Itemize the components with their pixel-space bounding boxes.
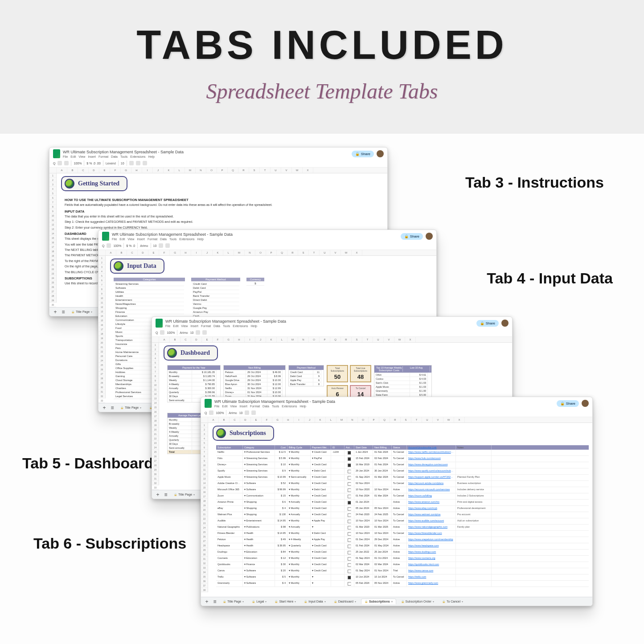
menu-item[interactable]: Data bbox=[213, 324, 220, 328]
lock-icon: 🔒 bbox=[365, 600, 368, 603]
all-sheets-button[interactable]: ≡ bbox=[109, 405, 115, 411]
checkbox-icon[interactable] bbox=[348, 557, 351, 561]
gs-menubar[interactable]: FileEditViewInsertFormatDataToolsExtensi… bbox=[63, 155, 349, 158]
menu-item[interactable]: View bbox=[127, 238, 134, 241]
menu-item[interactable]: Tools bbox=[120, 155, 127, 158]
chevron-down-icon: ▾ bbox=[391, 600, 393, 603]
menu-item[interactable]: Insert bbox=[190, 324, 198, 328]
menu-item[interactable]: Insert bbox=[88, 155, 96, 158]
add-sheet-button[interactable]: + bbox=[155, 492, 161, 498]
chevron-down-icon: ▾ bbox=[193, 493, 195, 496]
share-button[interactable]: 🔒Share bbox=[476, 320, 499, 327]
menu-item[interactable]: Edit bbox=[119, 238, 125, 241]
checkbox-icon[interactable] bbox=[348, 476, 351, 480]
menu-item[interactable]: Extensions bbox=[233, 324, 248, 328]
menu-item[interactable]: Help bbox=[250, 324, 257, 328]
table-row: eBay▾ Shopping$ 4▾ Monthly▾ Credit Card0… bbox=[216, 506, 589, 512]
menu-item[interactable]: File bbox=[214, 405, 219, 408]
checkbox-icon[interactable] bbox=[348, 532, 351, 536]
menu-item[interactable]: Format bbox=[148, 238, 157, 241]
all-sheets-button[interactable]: ≡ bbox=[163, 492, 169, 498]
subscriptions-table: SubscriptionCategoryCostBilling CyclePay… bbox=[208, 443, 592, 590]
menu-item[interactable]: View bbox=[78, 155, 85, 158]
checkbox-icon[interactable] bbox=[348, 513, 351, 517]
sheet-tab[interactable]: 🔒Title Page▾ bbox=[117, 405, 144, 410]
sheet-tab[interactable]: 🔒Dashboard▾ bbox=[331, 599, 359, 604]
table-row: Grammarly▾ Software$ 4▾ Monthly▾ 05 Feb … bbox=[216, 581, 589, 587]
menu-item[interactable]: Extensions bbox=[282, 405, 297, 408]
checkbox-icon[interactable] bbox=[348, 570, 351, 573]
checkbox-icon[interactable] bbox=[348, 482, 351, 486]
menu-item[interactable]: Format bbox=[201, 324, 211, 328]
checkbox-icon[interactable] bbox=[348, 457, 351, 461]
checkbox-icon[interactable] bbox=[348, 507, 351, 511]
menu-item[interactable]: Extensions bbox=[179, 238, 194, 241]
add-sheet-button[interactable]: + bbox=[52, 309, 58, 315]
checkbox-icon[interactable] bbox=[348, 576, 351, 579]
menu-item[interactable]: Insert bbox=[239, 405, 247, 408]
checkbox-icon[interactable] bbox=[348, 582, 351, 586]
sheet-tabs[interactable]: +≡🔒Title Page▾🔒Legal▾🔒Start Here▾🔒Input … bbox=[201, 597, 592, 606]
menu-item[interactable]: Help bbox=[148, 155, 154, 158]
checkbox-icon[interactable] bbox=[348, 501, 351, 505]
avatar[interactable] bbox=[582, 400, 589, 407]
menu-item[interactable]: Help bbox=[299, 405, 306, 408]
menu-item[interactable]: File bbox=[112, 238, 117, 241]
sheet-tab[interactable]: 🔒Title Page▾ bbox=[220, 599, 247, 604]
chevron-down-icon: ▾ bbox=[91, 310, 92, 313]
checkbox-icon[interactable] bbox=[348, 470, 351, 473]
sheet-tab[interactable]: 🔒Legal▾ bbox=[249, 599, 270, 604]
sheet-tab[interactable]: 🔒Subscription Order▾ bbox=[398, 599, 437, 604]
menu-item[interactable]: Help bbox=[197, 238, 203, 241]
all-sheets-button[interactable]: ≡ bbox=[212, 599, 218, 605]
menu-item[interactable]: Format bbox=[98, 155, 108, 158]
share-button[interactable]: 🔒Share bbox=[352, 151, 374, 157]
avatar[interactable] bbox=[426, 233, 433, 240]
lock-icon: 🔒 bbox=[304, 600, 307, 603]
checkbox-icon[interactable] bbox=[348, 495, 351, 498]
checkbox-icon[interactable] bbox=[348, 526, 351, 529]
avatar[interactable] bbox=[501, 320, 509, 327]
checkbox-icon[interactable] bbox=[348, 563, 351, 567]
menu-item[interactable]: Tools bbox=[169, 238, 176, 241]
checkbox-icon[interactable] bbox=[348, 520, 351, 523]
checkbox-icon[interactable] bbox=[348, 464, 351, 467]
menu-item[interactable]: Data bbox=[263, 405, 269, 408]
table-row: Duolingo▾ Education$ 84▾ Monthly▾ Credit… bbox=[216, 550, 589, 556]
share-button[interactable]: 🔒Share bbox=[557, 400, 579, 407]
menu-item[interactable]: File bbox=[63, 155, 68, 158]
sheet-tab[interactable]: 🔒Subscriptions▾ bbox=[361, 599, 396, 604]
menu-item[interactable]: Data bbox=[160, 238, 167, 241]
add-sheet-button[interactable]: + bbox=[204, 599, 210, 605]
menu-item[interactable]: Extensions bbox=[130, 155, 145, 158]
gs-toolbar[interactable]: Q100%$ % .0 .00Lexend10 bbox=[49, 159, 387, 168]
add-sheet-button[interactable]: + bbox=[101, 405, 107, 411]
menu-item[interactable]: Edit bbox=[173, 324, 178, 328]
menu-item[interactable]: Tools bbox=[272, 405, 279, 408]
sheet-tab[interactable]: 🔒Input Data▾ bbox=[301, 599, 328, 604]
menu-item[interactable]: Edit bbox=[222, 405, 227, 408]
checkbox-icon[interactable] bbox=[348, 451, 351, 455]
menu-item[interactable]: File bbox=[165, 324, 170, 328]
menu-item[interactable]: Data bbox=[111, 155, 118, 158]
sheet-tab[interactable]: 🔒Start Here▾ bbox=[271, 599, 299, 604]
menu-item[interactable]: Edit bbox=[70, 155, 76, 158]
callout-tab6: Tab 6 - Subscriptions bbox=[33, 535, 186, 552]
sheet-tab[interactable]: 🔒Title Page▾ bbox=[171, 492, 198, 497]
menu-item[interactable]: Insert bbox=[137, 238, 145, 241]
menu-item[interactable]: Format bbox=[250, 405, 260, 408]
all-sheets-button[interactable]: ≡ bbox=[60, 309, 66, 315]
checkbox-icon[interactable] bbox=[348, 538, 351, 542]
menu-item[interactable]: Tools bbox=[223, 324, 230, 328]
checkbox-icon[interactable] bbox=[348, 551, 351, 554]
checkbox-icon[interactable] bbox=[348, 488, 351, 492]
avatar[interactable] bbox=[377, 150, 384, 157]
lock-icon: 🔒 bbox=[334, 600, 337, 603]
menu-item[interactable]: View bbox=[181, 324, 188, 328]
sheet-tab[interactable]: 🔒Title Page▾ bbox=[68, 309, 95, 314]
menu-item[interactable]: View bbox=[230, 405, 237, 408]
checkbox-icon[interactable] bbox=[348, 545, 351, 548]
share-button[interactable]: 🔒Share bbox=[401, 233, 423, 240]
lock-icon: 🔒 bbox=[401, 600, 404, 603]
sheet-tab[interactable]: 🔒To Cancel▾ bbox=[439, 599, 466, 604]
